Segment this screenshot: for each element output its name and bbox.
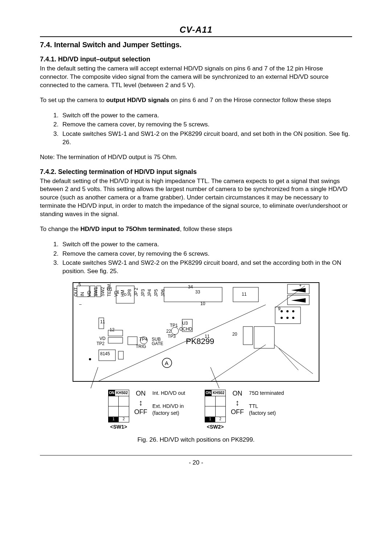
para-7-4-2-a: The default setting of the HD/VD input i…: [40, 177, 352, 219]
svg-point-15: [292, 310, 294, 312]
figure-caption: Fig. 26. HD/VD witch positions on PK8299…: [73, 436, 319, 443]
marker-11: 11: [242, 292, 246, 297]
para-7-4-2-b-pre: To change the: [40, 226, 81, 232]
page-number: - 20 -: [40, 455, 352, 466]
jp4-label: JP4: [147, 289, 152, 297]
off-label: OFF: [231, 408, 244, 416]
marker-20: 20: [232, 332, 237, 337]
svg-point-18: [292, 317, 294, 319]
marker-11c: 11: [205, 334, 209, 339]
sw1-label: <SW1>: [108, 424, 129, 430]
marker-tp1: TP1: [170, 323, 178, 328]
marker-22: 22: [166, 329, 171, 334]
para-7-4-2-b: To change the HD/VD input to 75Ohm termi…: [40, 225, 352, 234]
hm-label: HM: [120, 290, 125, 297]
steps-7-4-1: Switch off the power to the camera. Remo…: [49, 111, 352, 147]
marker-ochd: OCHD: [179, 327, 192, 332]
marker-8145: 8145: [100, 351, 110, 356]
svg-line-38: [211, 367, 219, 388]
marker-tp4: TP4: [139, 337, 147, 342]
marker-vd: VD: [99, 336, 106, 341]
sw1-desc-bot1: Ext. HD/VD in: [152, 403, 185, 410]
sw2-onoff: ON ↕ OFF: [231, 390, 244, 416]
jp6-label: JP6: [160, 289, 166, 297]
jp3-label: JP3: [140, 289, 146, 297]
svg-point-36: [89, 358, 91, 360]
jp8-label: JP8: [127, 289, 132, 297]
para-7-4-2-b-post: , follow these steps: [180, 226, 232, 232]
dip-num: 1: [109, 417, 119, 422]
sw1-tag: SW1: [93, 287, 98, 296]
marker-trig: TRIG: [136, 344, 146, 349]
note-7-4-1: Note: The termination of HD/VD output is…: [40, 153, 352, 162]
subsection-7-4-1-title: 7.4.1. HD/VD input–output selection: [40, 56, 352, 63]
sw2-dip: ON KHS02 1 2: [205, 390, 226, 422]
marker-1: 1: [117, 289, 119, 295]
dip-on-header: ON: [109, 390, 115, 396]
jp2-label: JP 2: [134, 288, 139, 296]
para-7-4-1-b-bold: output HD/VD signals: [106, 97, 169, 104]
para-7-4-1-a: In the default setting the camera will a…: [40, 65, 352, 90]
marker-34: 34: [188, 284, 193, 289]
sw2-desc-bot1: TTL: [249, 403, 284, 410]
sw1-desc-bot2: (factory set): [152, 410, 185, 417]
updown-arrow-icon: ↕: [236, 399, 240, 407]
marker-A: A: [165, 360, 168, 366]
off-label: OFF: [134, 408, 147, 416]
list-item: Locate switches SW2-1 and SW2-2 on the P…: [60, 259, 352, 276]
marker-33: 33: [195, 289, 200, 295]
figure-26: PK8299 5 U1 34 33 11 10 11 12 VD TP2 TP1…: [73, 282, 319, 443]
pk8299-label: PK8299: [186, 337, 214, 346]
list-item: Remove the camera cover, by removing the…: [60, 250, 352, 258]
jp5-label: JP5: [154, 289, 159, 297]
para-7-4-1-b-post: on pins 6 and 7 on the Hirose connector …: [169, 97, 331, 104]
list-item: Switch off the power to the camera.: [60, 240, 352, 248]
svg-line-37: [91, 367, 98, 388]
on-label: ON: [136, 390, 146, 397]
marker-9: 9: [278, 306, 281, 311]
marker-gate: GATE: [152, 341, 163, 346]
pcb-diagram: PK8299 5 U1 34 33 11 10 11 12 VD TP2 TP1…: [73, 282, 319, 382]
marker-12: 12: [110, 327, 114, 332]
sw2-callout: ON KHS02 1 2 <SW2>: [205, 390, 284, 430]
list-item: Locate switches SW1-1 and SW1-2 on the P…: [60, 130, 352, 147]
sw1-onoff: ON ↕ OFF: [134, 390, 147, 416]
marker-minus: –: [79, 302, 82, 307]
vd-side-label: VD: [87, 291, 92, 297]
dip-num: 2: [215, 417, 225, 422]
section-title: 7.4. Internal Switch and Jumper Settings…: [40, 41, 352, 49]
para-7-4-1-b-pre: To set up the camera to: [40, 97, 106, 104]
sw1-callout: ON KHS02 1 2 <SW1>: [108, 390, 185, 430]
para-7-4-1-b: To set up the camera to output HD/VD sig…: [40, 96, 352, 105]
marker-11b: 11: [100, 319, 105, 324]
marker-tp3: TP3: [168, 334, 176, 339]
dip-khs-header: KHS02: [115, 390, 129, 396]
dip-khs-header: KHS02: [212, 390, 225, 396]
list-item: Switch off the power to the camera.: [60, 111, 352, 119]
sw2-label: <SW2>: [205, 424, 226, 430]
on-label: ON: [233, 390, 242, 397]
sw1-dip: ON KHS02 1 2: [108, 390, 129, 422]
dip-on-header: ON: [205, 390, 212, 396]
svg-point-14: [286, 310, 289, 312]
term-label: TERM.: [107, 283, 112, 296]
svg-point-16: [281, 317, 283, 319]
svg-point-17: [286, 317, 289, 319]
sw1-desc: Int. HD/VD out Ext. HD/VD in (factory se…: [152, 390, 185, 417]
sw1-desc-top: Int. HD/VD out: [152, 390, 185, 397]
sw2-desc-top: 75Ω terminated: [249, 390, 284, 397]
subsection-7-4-2-title: 7.4.2. Selecting termination of HD/VD in…: [40, 168, 352, 176]
sw2-tag: SW2: [100, 287, 105, 296]
updown-arrow-icon: ↕: [139, 399, 143, 407]
steps-7-4-2: Switch off the power to the camera. Remo…: [49, 240, 352, 276]
dip-num: 1: [205, 417, 215, 422]
document-header: CV-A11: [40, 25, 352, 37]
vd-in-label: IN: [80, 292, 85, 296]
marker-tp2: TP2: [97, 341, 105, 346]
vd-out-label: OUT: [73, 287, 78, 296]
list-item: Remove the camera cover, by removing the…: [60, 120, 352, 129]
marker-5: 5: [78, 282, 81, 287]
dip-num: 2: [119, 417, 129, 422]
marker-u3: U3: [182, 321, 188, 326]
sw2-desc: 75Ω terminated TTL (factory set): [249, 390, 284, 417]
